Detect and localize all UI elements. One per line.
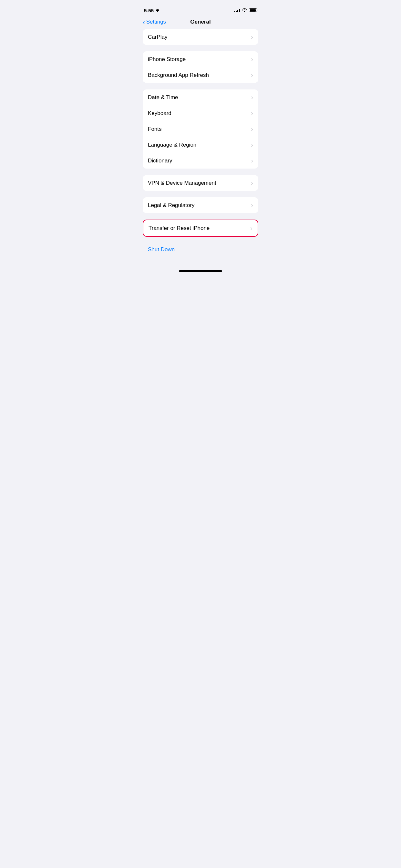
main-content: CarPlay iPhone Storage Background App Re… — [137, 29, 264, 256]
signal-bar-1 — [234, 11, 235, 12]
language-region-label: Language & Region — [148, 142, 196, 148]
iphone-storage-label: iPhone Storage — [148, 56, 186, 63]
carplay-section: CarPlay — [143, 29, 258, 45]
transfer-reset-label: Transfer or Reset iPhone — [149, 225, 210, 231]
transfer-reset-chevron-icon — [250, 224, 252, 232]
location-icon — [156, 8, 159, 12]
iphone-storage-chevron-icon — [251, 56, 253, 63]
keyboard-chevron-icon — [251, 110, 253, 117]
legal-section: Legal & Regulatory — [143, 197, 258, 213]
fonts-label: Fonts — [148, 126, 162, 132]
background-app-refresh-chevron-icon — [251, 71, 253, 79]
page-title: General — [190, 19, 211, 25]
signal-bar-4 — [239, 9, 240, 12]
carplay-chevron-icon — [251, 33, 253, 41]
wifi-icon — [242, 8, 247, 13]
legal-regulatory-label: Legal & Regulatory — [148, 202, 195, 209]
navigation-bar: ‹ Settings General — [137, 16, 264, 29]
back-button[interactable]: ‹ Settings — [143, 19, 166, 25]
vpn-device-management-item[interactable]: VPN & Device Management — [143, 175, 258, 191]
background-app-refresh-label: Background App Refresh — [148, 72, 209, 79]
iphone-storage-item[interactable]: iPhone Storage — [143, 51, 258, 67]
vpn-section: VPN & Device Management — [143, 175, 258, 191]
carplay-label: CarPlay — [148, 34, 167, 40]
battery-fill — [250, 9, 256, 11]
dictionary-label: Dictionary — [148, 158, 173, 164]
legal-regulatory-chevron-icon — [251, 202, 253, 209]
date-time-item[interactable]: Date & Time — [143, 89, 258, 105]
keyboard-label: Keyboard — [148, 110, 172, 117]
language-region-chevron-icon — [251, 141, 253, 149]
vpn-device-management-chevron-icon — [251, 179, 253, 187]
transfer-reset-item[interactable]: Transfer or Reset iPhone — [143, 220, 258, 236]
legal-regulatory-item[interactable]: Legal & Regulatory — [143, 197, 258, 213]
status-bar: 5:55 — [137, 0, 264, 16]
signal-bar-2 — [236, 11, 237, 12]
dictionary-item[interactable]: Dictionary — [143, 153, 258, 168]
dictionary-chevron-icon — [251, 157, 253, 164]
signal-bar-3 — [237, 10, 238, 12]
status-time: 5:55 — [144, 8, 159, 13]
shut-down-button[interactable]: Shut Down — [143, 243, 180, 256]
time-display: 5:55 — [144, 8, 154, 13]
date-time-chevron-icon — [251, 94, 253, 101]
carplay-item[interactable]: CarPlay — [143, 29, 258, 45]
fonts-item[interactable]: Fonts — [143, 121, 258, 137]
storage-section: iPhone Storage Background App Refresh — [143, 51, 258, 83]
back-chevron-icon: ‹ — [143, 19, 145, 25]
fonts-chevron-icon — [251, 125, 253, 133]
back-label: Settings — [146, 19, 166, 25]
background-app-refresh-item[interactable]: Background App Refresh — [143, 67, 258, 83]
battery-icon — [249, 8, 257, 12]
vpn-device-management-label: VPN & Device Management — [148, 180, 216, 186]
keyboard-item[interactable]: Keyboard — [143, 105, 258, 121]
home-indicator — [179, 270, 222, 272]
date-time-label: Date & Time — [148, 94, 178, 101]
language-region-item[interactable]: Language & Region — [143, 137, 258, 153]
transfer-reset-section: Transfer or Reset iPhone — [143, 220, 258, 237]
home-indicator-container — [137, 256, 264, 277]
signal-bars-icon — [234, 8, 240, 12]
status-icons — [234, 8, 257, 13]
locale-section: Date & Time Keyboard Fonts Language & Re… — [143, 89, 258, 168]
